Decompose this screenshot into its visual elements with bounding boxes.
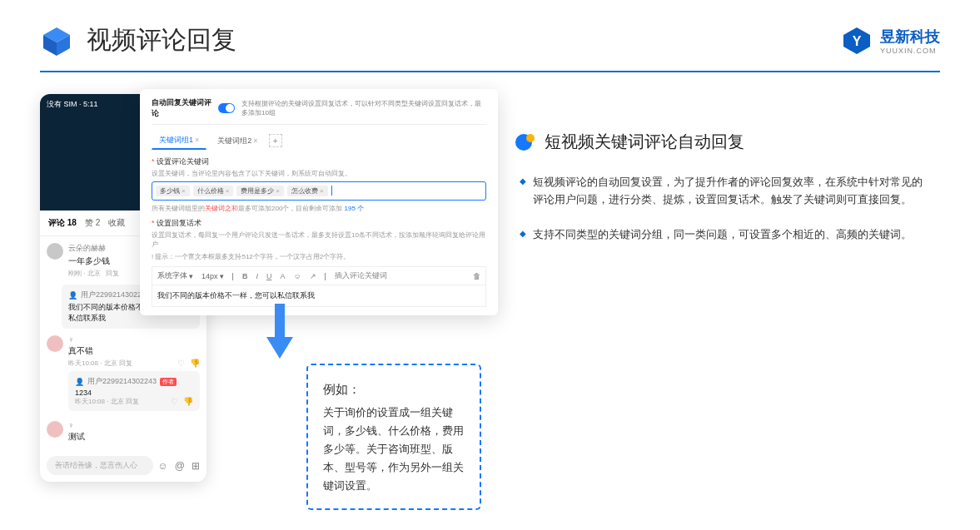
- keyword-group-tab-1[interactable]: 关键词组1×: [152, 131, 206, 150]
- bullet-icon: [515, 131, 536, 153]
- bullet-item: 短视频评论的自动回复设置，为了提升作者的评论回复效率，在系统中针对常见的评论用户…: [520, 173, 931, 209]
- cube-icon: [40, 24, 73, 57]
- font-family-select[interactable]: 系统字体▾: [157, 270, 193, 281]
- dislike-icon[interactable]: 👎: [190, 359, 200, 368]
- example-title: 例如：: [323, 379, 465, 400]
- logo-mark-icon: Y: [842, 26, 872, 56]
- keyword-input[interactable]: 多少钱× 什么价格× 费用是多少× 怎么收费×: [152, 181, 486, 201]
- tab-likes[interactable]: 赞 2: [85, 217, 100, 229]
- keywords-section-label: 设置评论关键词: [152, 156, 486, 167]
- svg-text:Y: Y: [853, 34, 862, 48]
- reply-section-hint: 设置回复话术，每回复一个用户评论只发送一条话术，最多支持设置10条不同话术，按添…: [152, 230, 486, 249]
- reply-section-label: 设置回复话术: [152, 218, 486, 229]
- comment-item: ♀ 测试: [47, 418, 200, 448]
- image-icon[interactable]: ⊞: [192, 460, 200, 472]
- keyword-tag[interactable]: 多少钱×: [156, 186, 190, 196]
- comment-text: 真不错: [68, 345, 200, 357]
- color-icon[interactable]: A: [280, 272, 285, 280]
- bold-icon[interactable]: B: [242, 272, 248, 280]
- keyword-tag[interactable]: 费用是多少×: [236, 186, 284, 196]
- brand-url: YUUXIN.COM: [880, 47, 940, 55]
- keyword-tag[interactable]: 怎么收费×: [287, 186, 328, 196]
- reply-username: 用户2299214302243: [87, 376, 157, 387]
- svg-point-8: [526, 134, 535, 142]
- dislike-icon[interactable]: 👎: [183, 397, 193, 406]
- comment-input[interactable]: 善语结善缘，恶言伤人心: [47, 456, 153, 475]
- keyword-settings-panel: 自动回复关键词评论 支持根据评论的关键词设置回复话术，可以针对不同类型关键词设置…: [140, 89, 498, 315]
- comment-text: 测试: [68, 431, 200, 443]
- auto-reply-desc: 支持根据评论的关键词设置回复话术，可以针对不同类型关键词设置回复话术，最多添加1…: [241, 99, 486, 117]
- avatar: [47, 243, 63, 260]
- arrow-down-icon: [263, 304, 296, 362]
- comment-username: ♀: [68, 335, 200, 344]
- avatar: [47, 335, 63, 352]
- editor-toolbar: 系统字体▾ 14px▾ | B I U A ☺ ↗ | 插入评论关键词 🗑: [152, 266, 486, 285]
- example-callout: 例如： 关于询价的设置成一组关键词，多少钱、什么价格，费用多少等。关于咨询班型、…: [306, 364, 481, 510]
- italic-icon[interactable]: I: [256, 272, 258, 280]
- keywords-section-hint: 设置关键词，当评论里内容包含了以下关键词，则系统可自动回复。: [152, 169, 486, 178]
- emoji-icon[interactable]: ☺: [158, 460, 168, 472]
- close-icon[interactable]: ×: [253, 136, 257, 145]
- insert-keyword-button[interactable]: 插入评论关键词: [335, 270, 387, 281]
- svg-marker-6: [266, 337, 293, 359]
- author-badge: 作者: [160, 378, 177, 386]
- comment-item: ♀ 真不错 昨天10:08 · 北京 回复♡👎 👤用户2299214302243…: [47, 332, 200, 418]
- brand-logo: Y 昱新科技 YUUXIN.COM: [842, 26, 940, 56]
- comment-username: ♀: [68, 421, 200, 429]
- bullet-item: 支持不同类型的关键词分组，同一类问题，可设置多个相近的、高频的关键词。: [520, 225, 931, 243]
- avatar-icon: 👤: [75, 378, 84, 386]
- close-icon[interactable]: ×: [195, 136, 199, 144]
- keyword-tag[interactable]: 什么价格×: [193, 186, 234, 196]
- avatar-icon: 👤: [68, 291, 77, 300]
- keyword-group-tab-2[interactable]: 关键词组2×: [210, 132, 265, 150]
- example-body: 关于询价的设置成一组关键词，多少钱、什么价格，费用多少等。关于咨询班型、版本、型…: [323, 404, 465, 495]
- char-limit-tip: ! 提示：一个富文本框最多支持512个字符，一个汉字占用2个字符。: [152, 252, 486, 261]
- auto-reply-switch-label: 自动回复关键词评论: [152, 97, 211, 119]
- heart-icon[interactable]: ♡: [177, 359, 185, 368]
- reply-link[interactable]: 回复: [106, 269, 119, 278]
- page-title: 视频评论回复: [87, 23, 236, 57]
- tab-comments[interactable]: 评论 18: [48, 217, 77, 229]
- brand-name: 昱新科技: [880, 27, 940, 47]
- section-heading: 短视频关键词评论自动回复: [545, 131, 744, 153]
- auto-reply-toggle[interactable]: [218, 103, 235, 113]
- link-icon[interactable]: ↗: [310, 272, 316, 280]
- at-icon[interactable]: @: [175, 460, 185, 472]
- font-size-select[interactable]: 14px▾: [201, 272, 224, 280]
- tab-favorites[interactable]: 收藏: [108, 217, 125, 229]
- keyword-count-note: 所有关键词组里的关键词之和最多可添加200个，目前剩余可添加 195 个: [152, 204, 486, 213]
- svg-rect-5: [275, 304, 285, 337]
- emoji-icon[interactable]: ☺: [293, 272, 301, 280]
- avatar: [47, 421, 63, 438]
- reply-text: 1234: [75, 389, 193, 397]
- add-keyword-group-button[interactable]: +: [269, 134, 282, 147]
- heart-icon[interactable]: ♡: [171, 397, 178, 406]
- delete-icon[interactable]: 🗑: [473, 272, 480, 280]
- reply-editor[interactable]: 我们不同的版本价格不一样，您可以私信联系我: [152, 285, 486, 307]
- underline-icon[interactable]: U: [266, 272, 272, 280]
